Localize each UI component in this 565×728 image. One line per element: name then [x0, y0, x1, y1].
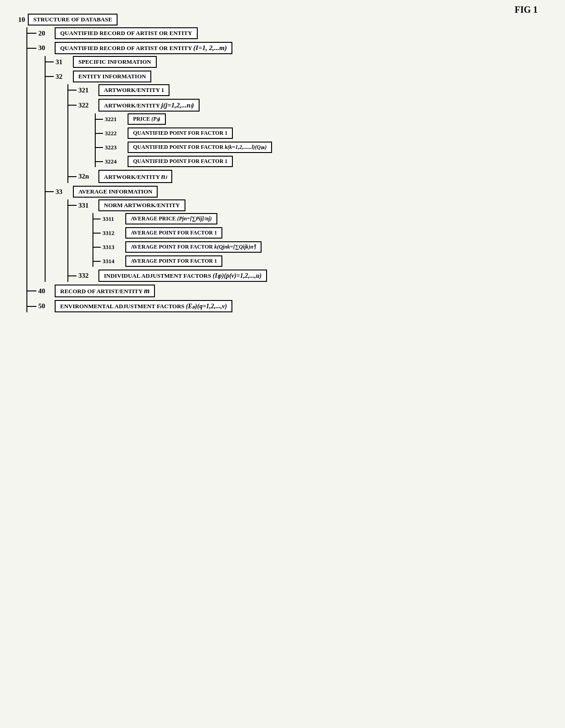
label-20: 20 [38, 30, 52, 37]
node-10: 10 STRUCTURE OF DATABASE [18, 14, 547, 25]
box-31: SPECIFIC INFORMATION [73, 56, 157, 68]
node-50: 50 ENVIRONMENTAL ADJUSTMENT FACTORS (Eₚ)… [26, 300, 547, 312]
node-331: 331 NORM ARTWORK/ENTITY [67, 199, 547, 211]
box-3312: AVERAGE POINT FOR FACTOR 1 [125, 227, 222, 239]
box-10: STRUCTURE OF DATABASE [28, 14, 118, 25]
node-20: 20 QUANTIFIED RECORD OF ARTIST OR ENTITY [26, 27, 547, 39]
node-3311: 3311 AVERAGE PRICE (Pjn=[∑Pij]/nj) [92, 213, 547, 224]
box-331: NORM ARTWORK/ENTITY [98, 199, 185, 211]
node-3221: 3221 PRICE (Pᵢⱼ) [95, 113, 547, 125]
diagram: 10 STRUCTURE OF DATABASE 20 QUANTIFIED R… [18, 14, 547, 312]
box-3222: QUANTIFIED POINT FOR FACTOR 1 [128, 127, 233, 139]
node-32: 32 ENTITY INFORMATION [45, 71, 547, 82]
box-3223: QUANTIFIED POINT FOR FACTOR k(k=1,2,....… [128, 142, 272, 153]
node-3312: 3312 AVERAGE POINT FOR FACTOR 1 [92, 227, 547, 239]
node-3222: 3222 QUANTIFIED POINT FOR FACTOR 1 [95, 127, 547, 139]
box-3221: PRICE (Pᵢⱼ) [128, 113, 166, 125]
node-322: 322 ARTWORK/ENTITY j(j=1,2,...nᵢ) [67, 99, 547, 112]
label-10: 10 [18, 16, 25, 24]
node-321: 321 ARTWORK/ENTITY 1 [67, 84, 547, 96]
label-50: 50 [38, 302, 52, 310]
label-33: 33 [56, 188, 70, 196]
box-30: QUANTIFIED RECORD OF ARTIST OR ENTITY (I… [55, 42, 232, 54]
box-332: INDIVIDUAL ADJUSTMENT FACTORS (Iᵢp)(p(v)… [98, 270, 267, 282]
label-3312: 3312 [103, 229, 123, 237]
node-40: 40 RECORD OF ARTIST/ENTITY m [26, 285, 547, 297]
node-33: 33 AVERAGE INFORMATION [45, 186, 547, 198]
box-321: ARTWORK/ENTITY 1 [98, 84, 170, 96]
box-40: RECORD OF ARTIST/ENTITY m [55, 285, 155, 297]
node-3223: 3223 QUANTIFIED POINT FOR FACTOR k(k=1,2… [95, 142, 547, 153]
label-3313: 3313 [103, 244, 123, 251]
box-32: ENTITY INFORMATION [73, 71, 151, 82]
label-331: 331 [78, 202, 96, 209]
node-30: 30 QUANTIFIED RECORD OF ARTIST OR ENTITY… [26, 42, 547, 54]
box-3313: AVERAGE POINT FOR FACTOR k(Qjnk=[∑Qijk)n… [125, 241, 262, 253]
node-3314: 3314 AVERAGE POINT FOR FACTOR 1 [92, 255, 547, 267]
box-3311: AVERAGE PRICE (Pjn=[∑Pij]/nj) [125, 213, 217, 224]
box-3224: QUANTIFIED POINT FOR FACTOR 1 [128, 156, 233, 167]
label-322: 322 [78, 102, 96, 109]
label-30: 30 [38, 44, 52, 52]
box-322: ARTWORK/ENTITY j(j=1,2,...nᵢ) [98, 99, 200, 112]
node-3224: 3224 QUANTIFIED POINT FOR FACTOR 1 [95, 156, 547, 167]
label-3222: 3222 [105, 130, 125, 137]
label-32n: 32n [78, 173, 96, 180]
node-31: 31 SPECIFIC INFORMATION [45, 56, 547, 68]
box-50: ENVIRONMENTAL ADJUSTMENT FACTORS (Eₚ)(q=… [55, 300, 232, 312]
label-3223: 3223 [105, 144, 125, 151]
label-3224: 3224 [105, 158, 125, 165]
label-332: 332 [78, 272, 96, 280]
box-3314: AVERAGE POINT FOR FACTOR 1 [125, 255, 222, 267]
box-20: QUANTIFIED RECORD OF ARTIST OR ENTITY [55, 27, 198, 39]
label-3311: 3311 [103, 215, 123, 223]
label-321: 321 [78, 87, 96, 94]
label-40: 40 [38, 287, 52, 295]
label-3221: 3221 [105, 116, 125, 123]
box-33: AVERAGE INFORMATION [73, 186, 158, 198]
node-32n: 32n ARTWORK/ENTITY nᵢ [67, 170, 547, 183]
node-3313: 3313 AVERAGE POINT FOR FACTOR k(Qjnk=[∑Q… [92, 241, 547, 253]
box-32n: ARTWORK/ENTITY nᵢ [98, 170, 172, 183]
label-31: 31 [56, 58, 70, 66]
label-32: 32 [56, 73, 70, 81]
label-3314: 3314 [103, 258, 123, 265]
node-332: 332 INDIVIDUAL ADJUSTMENT FACTORS (Iᵢp)(… [67, 270, 547, 282]
